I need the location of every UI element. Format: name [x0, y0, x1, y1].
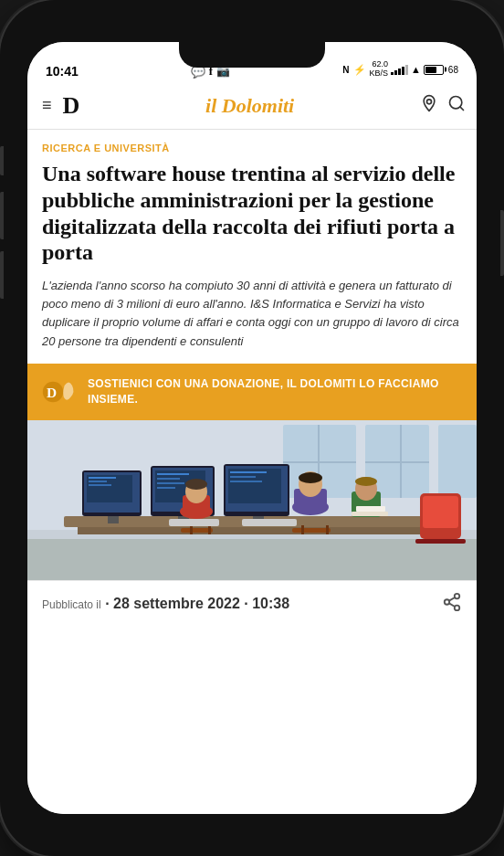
svg-rect-39 [228, 469, 281, 503]
article-image [27, 420, 477, 580]
battery-percent: 68 [448, 65, 458, 75]
logo-d: D [63, 94, 80, 118]
phone-frame: 10:41 💬 f 📷 N ⚡ 62.0KB/S ▲ 6 [0, 0, 504, 856]
search-icon[interactable] [447, 94, 466, 117]
svg-rect-16 [78, 527, 425, 534]
svg-rect-14 [27, 539, 477, 580]
svg-point-0 [427, 100, 432, 104]
article-section: RICERCA E UNIVERSITÀ Una software house … [27, 130, 477, 351]
svg-rect-31 [157, 487, 175, 489]
svg-rect-40 [230, 471, 267, 473]
svg-rect-13 [365, 461, 429, 463]
article-title: Una software house trentina al servizio … [42, 161, 462, 266]
svg-point-35 [185, 479, 207, 490]
donation-banner[interactable]: D SOSTIENICI CON UNA DONAZIONE, IL DOLOM… [27, 364, 477, 420]
location-icon[interactable] [420, 94, 438, 117]
hamburger-menu-button[interactable]: ≡ [38, 92, 56, 119]
data-speed: 62.0KB/S [369, 60, 388, 79]
bottom-bar: Pubblicato il · 28 settembre 2022 · 10:3… [27, 580, 477, 628]
svg-rect-20 [87, 475, 132, 502]
donation-text[interactable]: SOSTIENICI CON UNA DONAZIONE, IL DOLOMIT… [88, 376, 464, 407]
article-subtitle: L'azienda l'anno scorso ha compiuto 30 a… [42, 277, 462, 351]
share-button[interactable] [442, 592, 462, 617]
svg-rect-41 [230, 476, 256, 478]
published-date: · 28 settembre 2022 · 10:38 [105, 596, 289, 611]
nav-bar: ≡ D il Dolomiti [27, 82, 477, 130]
status-time: 10:41 [46, 64, 79, 79]
svg-text:D: D [47, 384, 57, 399]
notch [179, 42, 325, 68]
bluetooth-icon: ⚡ [353, 64, 366, 76]
svg-rect-42 [230, 481, 262, 482]
signal-bars [391, 65, 408, 75]
volume-silent-button [0, 146, 4, 175]
nfc-icon: N [342, 65, 349, 75]
power-button [500, 210, 504, 276]
status-right-icons: N ⚡ 62.0KB/S ▲ 68 [342, 60, 458, 79]
svg-rect-54 [301, 525, 304, 534]
site-title[interactable]: il Dolomiti [87, 94, 413, 118]
svg-rect-9 [438, 425, 477, 498]
svg-rect-60 [242, 519, 297, 526]
svg-rect-30 [157, 482, 184, 484]
svg-rect-58 [415, 539, 466, 544]
svg-rect-55 [326, 525, 329, 534]
svg-point-46 [299, 472, 322, 483]
donation-icon: D [40, 373, 79, 411]
svg-rect-57 [423, 496, 458, 528]
svg-rect-22 [89, 481, 107, 482]
nav-action-icons [420, 94, 466, 117]
svg-rect-19 [108, 516, 119, 523]
svg-line-67 [449, 597, 455, 601]
svg-rect-51 [190, 525, 193, 534]
svg-line-2 [460, 107, 464, 111]
svg-rect-11 [283, 461, 356, 463]
battery-fill [425, 67, 437, 73]
published-label: Pubblicato il [42, 598, 101, 611]
published-info: Pubblicato il · 28 settembre 2022 · 10:3… [42, 596, 289, 612]
svg-rect-53 [292, 528, 331, 533]
office-scene-svg [27, 420, 477, 580]
svg-line-66 [449, 603, 455, 607]
svg-rect-52 [208, 525, 211, 534]
phone-screen: 10:41 💬 f 📷 N ⚡ 62.0KB/S ▲ 6 [27, 42, 477, 814]
article-content: RICERCA E UNIVERSITÀ Una software house … [27, 130, 477, 814]
wifi-icon: ▲ [411, 64, 421, 75]
svg-rect-61 [352, 512, 388, 516]
svg-rect-21 [89, 477, 116, 479]
svg-rect-28 [157, 473, 189, 475]
battery-indicator [424, 65, 444, 75]
article-category[interactable]: RICERCA E UNIVERSITÀ [42, 143, 462, 153]
svg-rect-23 [89, 484, 111, 486]
svg-rect-59 [169, 519, 219, 526]
volume-up-button [0, 192, 4, 239]
svg-rect-62 [356, 506, 385, 512]
svg-rect-29 [157, 478, 180, 480]
svg-point-49 [355, 477, 377, 486]
svg-rect-50 [181, 528, 213, 533]
volume-down-button [0, 251, 4, 299]
